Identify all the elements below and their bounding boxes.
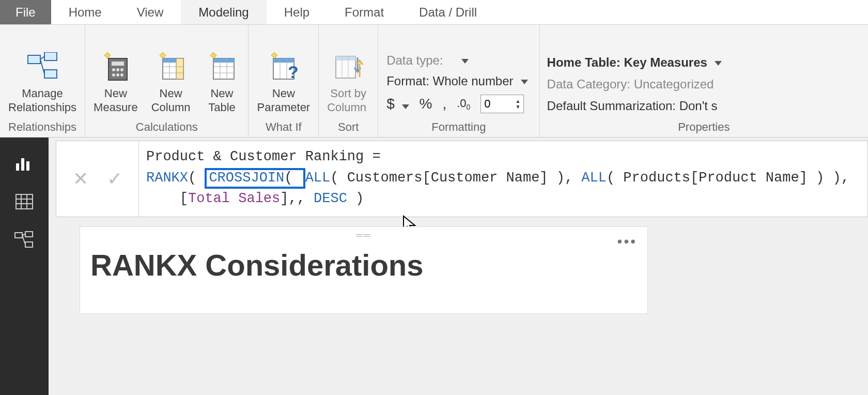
menu-help[interactable]: Help: [267, 0, 327, 24]
new-table-button[interactable]: New Table: [200, 47, 243, 116]
report-view-button[interactable]: [11, 152, 37, 175]
svg-point-8: [116, 68, 119, 71]
default-summarization-dropdown[interactable]: Default Summarization: Don't s: [547, 99, 722, 113]
view-rail: [0, 138, 49, 395]
group-label-calculations: Calculations: [90, 118, 243, 137]
menu-file[interactable]: File: [0, 0, 51, 24]
table-icon: [204, 49, 240, 85]
sort-icon: [330, 49, 366, 85]
svg-rect-45: [25, 242, 33, 247]
new-parameter-label: New Parameter: [257, 87, 310, 114]
group-label-relationships: Relationships: [5, 118, 80, 137]
measure-icon: [98, 49, 134, 85]
percent-button[interactable]: %: [420, 96, 432, 112]
measure-ref: Total Sales: [188, 191, 280, 206]
currency-button[interactable]: $: [386, 96, 409, 112]
svg-line-3: [40, 56, 44, 59]
chevron-down-icon: [711, 55, 722, 70]
svg-point-11: [116, 73, 119, 77]
ribbon-group-whatif: ? New Parameter What If: [249, 25, 319, 137]
decimal-places-spinner[interactable]: ▲ ▼: [481, 95, 524, 113]
svg-point-7: [112, 68, 115, 71]
sort-by-column-label: Sort by Column: [327, 87, 369, 114]
new-measure-button[interactable]: New Measure: [90, 47, 141, 116]
format-dropdown[interactable]: Format: Whole number: [386, 74, 528, 88]
column-icon: [153, 49, 189, 85]
decimal-icon: .00: [457, 97, 470, 111]
chevron-down-icon: [458, 53, 469, 68]
svg-rect-38: [16, 194, 33, 209]
group-label-properties: Properties: [545, 118, 863, 137]
drag-handle-icon[interactable]: ══: [356, 230, 371, 241]
svg-rect-1: [44, 52, 57, 60]
group-label-sort: Sort: [324, 118, 373, 137]
new-column-button[interactable]: New Column: [148, 47, 194, 116]
menu-home[interactable]: Home: [51, 0, 119, 24]
relationships-icon: [24, 49, 60, 85]
svg-rect-32: [336, 56, 355, 60]
menu-data-drill[interactable]: Data / Drill: [401, 0, 494, 24]
kw-rankx: RANKX: [146, 170, 188, 186]
svg-line-4: [40, 59, 44, 74]
new-measure-label: New Measure: [94, 87, 138, 114]
menu-bar: File Home View Modeling Help Format Data…: [0, 0, 868, 25]
ribbon-group-properties: Home Table: Key Measures Data Category: …: [540, 25, 868, 137]
new-table-label: New Table: [208, 87, 236, 114]
svg-rect-21: [213, 58, 234, 63]
group-label-formatting: Formatting: [383, 118, 534, 137]
ribbon-group-calculations: New Measure New Column: [85, 25, 249, 137]
svg-rect-0: [28, 55, 40, 64]
svg-rect-2: [44, 70, 57, 78]
formula-actions: ✕ ✓: [56, 141, 139, 217]
more-options-button[interactable]: •••: [617, 233, 637, 250]
kw-desc: DESC: [314, 191, 347, 206]
menu-format[interactable]: Format: [327, 0, 401, 24]
kw-all-2: ALL: [581, 170, 607, 186]
manage-relationships-label: Manage Relationships: [8, 87, 76, 114]
formula-bar: ✕ ✓ Product & Customer Ranking = RANKX( …: [56, 141, 868, 217]
ribbon: Manage Relationships Relationships New M…: [0, 25, 868, 138]
svg-rect-44: [25, 232, 33, 237]
svg-rect-37: [26, 161, 29, 171]
content-area: ✕ ✓ Product & Customer Ranking = RANKX( …: [49, 138, 868, 395]
comma-button[interactable]: ,: [442, 96, 446, 112]
data-category-dropdown[interactable]: Data Category: Uncategorized: [547, 77, 722, 92]
ribbon-group-relationships: Manage Relationships Relationships: [0, 25, 85, 137]
visual-title: RANKX Considerations: [90, 248, 637, 282]
group-label-whatif: What If: [254, 118, 313, 137]
data-type-dropdown[interactable]: Data type:: [386, 53, 528, 68]
svg-rect-35: [16, 163, 19, 171]
sort-by-column-button[interactable]: Sort by Column: [324, 47, 373, 116]
svg-rect-36: [21, 158, 24, 171]
report-canvas[interactable]: ══ ••• RANKX Considerations: [49, 220, 868, 314]
new-parameter-button[interactable]: ? New Parameter: [254, 47, 313, 116]
chevron-down-icon: [518, 74, 528, 88]
data-view-button[interactable]: [11, 190, 37, 213]
spin-down[interactable]: ▼: [512, 104, 523, 110]
new-column-label: New Column: [151, 87, 191, 114]
svg-point-9: [120, 68, 123, 71]
model-view-button[interactable]: [11, 229, 37, 251]
formula-line1: Product & Customer Ranking =: [146, 149, 389, 164]
kw-all-1: ALL: [305, 170, 331, 186]
manage-relationships-button[interactable]: Manage Relationships: [5, 47, 80, 116]
formula-editor[interactable]: Product & Customer Ranking = RANKX( CROS…: [139, 141, 867, 217]
workspace: ✕ ✓ Product & Customer Ranking = RANKX( …: [0, 138, 868, 395]
menu-view[interactable]: View: [119, 0, 181, 24]
home-table-dropdown[interactable]: Home Table: Key Measures: [547, 55, 722, 70]
text-visual[interactable]: ══ ••• RANKX Considerations: [80, 226, 648, 314]
decimal-places-input[interactable]: [481, 96, 512, 112]
ribbon-group-sort: Sort by Column Sort: [319, 25, 378, 137]
crossjoin-highlight: CROSSJOIN(: [205, 168, 305, 189]
svg-rect-15: [176, 58, 183, 79]
chevron-down-icon: [399, 102, 409, 110]
spin-up[interactable]: ▲: [512, 98, 523, 104]
cancel-icon[interactable]: ✕: [73, 168, 88, 190]
parameter-icon: ?: [266, 49, 302, 85]
svg-rect-6: [112, 62, 124, 66]
svg-point-10: [112, 73, 115, 77]
svg-point-12: [120, 73, 123, 77]
confirm-icon[interactable]: ✓: [107, 168, 122, 190]
svg-rect-43: [15, 233, 22, 238]
menu-modeling[interactable]: Modeling: [181, 0, 266, 24]
